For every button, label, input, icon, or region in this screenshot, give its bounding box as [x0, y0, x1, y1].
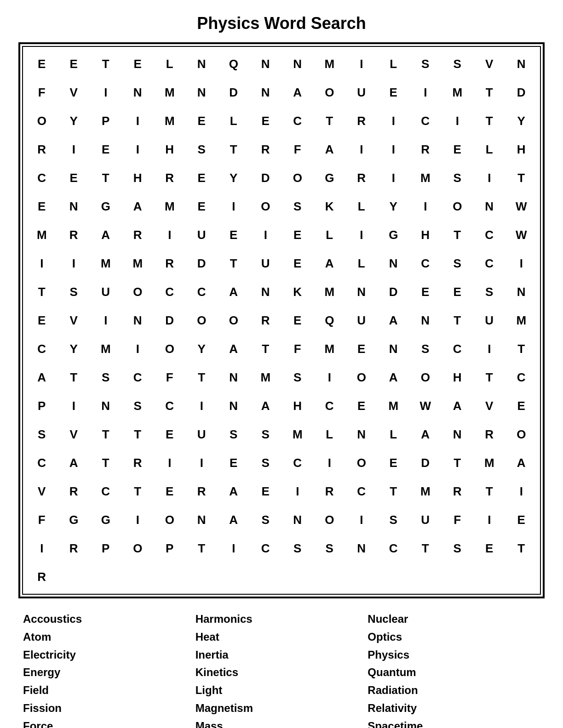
grid-cell: N: [378, 335, 410, 363]
grid-cell: T: [250, 335, 282, 363]
grid-cell: M: [442, 78, 474, 107]
grid-cell: I: [122, 107, 154, 135]
grid-cell: I: [409, 78, 442, 107]
grid-cell: W: [409, 392, 442, 420]
grid-cell: U: [409, 506, 442, 534]
grid-cell: I: [250, 221, 282, 249]
grid-cell: I: [58, 392, 90, 420]
grid-cell: O: [154, 335, 186, 363]
grid-cell: R: [442, 477, 474, 506]
word-item: Electricity: [23, 647, 195, 663]
grid-cell: S: [442, 534, 474, 563]
word-item: Field: [23, 682, 195, 699]
page-title: Physics Word Search: [18, 14, 545, 33]
grid-cell: E: [409, 278, 442, 306]
grid-cell: S: [442, 249, 474, 278]
grid-cell: E: [58, 164, 90, 192]
grid-cell: C: [122, 363, 154, 392]
word-item: Magnetism: [195, 700, 368, 717]
grid-cell: I: [378, 107, 410, 135]
grid-cell: I: [345, 506, 378, 534]
grid-cell: E: [154, 420, 186, 449]
grid-cell: R: [58, 534, 90, 563]
word-item: Quantum: [368, 665, 540, 681]
grid-cell: C: [378, 534, 410, 563]
grid-cell: T: [473, 78, 506, 107]
grid-cell: E: [250, 107, 282, 135]
grid-cell: E: [186, 107, 218, 135]
grid-cell: M: [154, 78, 186, 107]
grid-cell: H: [442, 363, 474, 392]
grid-cell: S: [282, 534, 314, 563]
grid-cell: N: [250, 278, 282, 306]
grid-cell: P: [90, 534, 122, 563]
grid-cell: U: [473, 306, 506, 335]
grid-cell: S: [409, 50, 442, 78]
grid-cell: R: [122, 221, 154, 249]
grid-cell: C: [442, 335, 474, 363]
grid-cell: S: [250, 506, 282, 534]
grid-cell: H: [154, 135, 186, 164]
grid-cell: T: [473, 363, 506, 392]
grid-cell: N: [186, 506, 218, 534]
grid-cell: C: [26, 164, 58, 192]
grid-cell: R: [473, 420, 506, 449]
grid-cell: G: [90, 506, 122, 534]
grid-cell: U: [250, 249, 282, 278]
grid-cell: R: [26, 563, 58, 591]
grid-cell: S: [442, 164, 474, 192]
grid-cell: S: [314, 534, 346, 563]
grid-cell: U: [186, 221, 218, 249]
grid-cell: P: [90, 107, 122, 135]
word-list-col1: AccousticsAtomElectricityEnergyFieldFiss…: [23, 611, 195, 728]
grid-cell: I: [506, 477, 538, 506]
grid-cell: R: [58, 477, 90, 506]
grid-cell: L: [314, 221, 346, 249]
grid-cell: K: [282, 278, 314, 306]
grid-cell: I: [442, 107, 474, 135]
grid-cell: H: [409, 221, 442, 249]
grid-cell: I: [473, 164, 506, 192]
grid-cell: E: [345, 392, 378, 420]
grid-cell: C: [506, 363, 538, 392]
grid-cell: P: [154, 534, 186, 563]
word-item: Kinetics: [195, 665, 368, 681]
grid-cell: C: [26, 335, 58, 363]
grid-cell: T: [506, 164, 538, 192]
grid-cell: A: [378, 363, 410, 392]
grid-cell: T: [506, 335, 538, 363]
grid-cell: I: [186, 392, 218, 420]
grid-cell: M: [506, 306, 538, 335]
grid-cell: T: [26, 278, 58, 306]
word-search-grid: EETELNQNNMILSSVNFVINMNDNAOUEIMTDOYPIMELE…: [26, 50, 537, 591]
grid-cell: E: [345, 335, 378, 363]
grid-cell: R: [154, 164, 186, 192]
grid-cell: D: [186, 249, 218, 278]
grid-cell: S: [409, 335, 442, 363]
grid-cell: A: [250, 392, 282, 420]
grid-cell: R: [186, 477, 218, 506]
grid-cell: M: [282, 420, 314, 449]
grid-cell: A: [26, 363, 58, 392]
grid-cell: I: [154, 221, 186, 249]
grid-cell: A: [218, 506, 250, 534]
grid-cell: D: [218, 78, 250, 107]
word-item: Light: [195, 682, 368, 699]
grid-cell: I: [345, 50, 378, 78]
grid-cell: D: [378, 278, 410, 306]
grid-cell: Y: [506, 107, 538, 135]
grid-cell: T: [122, 420, 154, 449]
grid-cell: H: [122, 164, 154, 192]
grid-cell: A: [506, 449, 538, 477]
grid-cell: S: [58, 278, 90, 306]
grid-cell: T: [186, 534, 218, 563]
word-list-section: AccousticsAtomElectricityEnergyFieldFiss…: [18, 611, 545, 728]
grid-cell: E: [282, 221, 314, 249]
word-list-col3: NuclearOpticsPhysicsQuantumRadiationRela…: [368, 611, 540, 728]
word-item: Harmonics: [195, 611, 368, 627]
grid-cell: C: [26, 449, 58, 477]
grid-cell: N: [122, 78, 154, 107]
grid-cell: D: [506, 78, 538, 107]
grid-cell: I: [506, 249, 538, 278]
grid-cell: M: [473, 449, 506, 477]
